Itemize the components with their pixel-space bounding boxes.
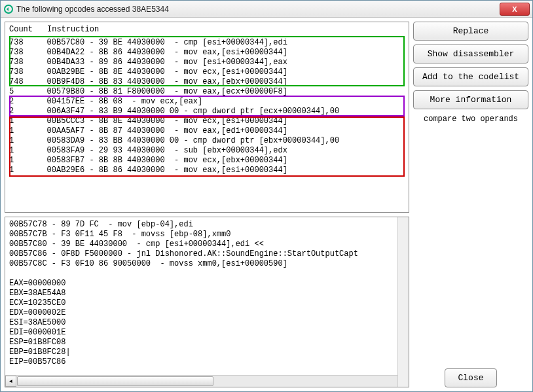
table-row[interactable]: 738 00B57C80 - 39 BE 44030000 - cmp [esi… [9,38,405,48]
add-codelist-button[interactable]: Add to the codelist [413,67,528,86]
table-row[interactable]: 738 00B4DA22 - 8B 86 44030000 - mov eax,… [9,48,405,58]
table-row[interactable]: 1 00AA5AF7 - 8B 87 44030000 - mov eax,[e… [9,126,405,136]
show-disassembler-button[interactable]: Show disassembler [413,45,528,63]
table-row[interactable]: 748 00B9F4D8 - 8B 83 44030000 - mov eax,… [9,77,405,87]
vertical-scrollbar[interactable] [397,217,409,387]
window-title: The following opcodes accessed 38AE5344 [16,5,500,14]
hint-text: compare two operands [413,113,528,125]
left-column: Count Instruction 738 00B57C80 - 39 BE 4… [5,22,409,387]
table-row[interactable]: 738 00AB29BE - 8B 8E 44030000 - mov ecx,… [9,67,405,77]
table-row[interactable]: 2 004157EE - 8B 08 - mov ecx,[eax] [9,97,405,107]
table-row[interactable]: 5 00579B80 - 8B 81 F8000000 - mov eax,[e… [9,87,405,97]
table-row[interactable]: 738 00B4DA33 - 89 86 44030000 - mov [esi… [9,58,405,67]
close-button[interactable]: Close [445,368,497,387]
window-close-button[interactable]: X [500,3,530,16]
titlebar: The following opcodes accessed 38AE5344 … [1,1,532,18]
header-instruction: Instruction [47,25,405,34]
spacer [413,129,528,365]
table-row[interactable]: 1 00583FB7 - 8B 8B 44030000 - mov ecx,[e… [9,156,405,166]
table-row[interactable]: 1 00AB29E6 - 8B 86 44030000 - mov eax,[e… [9,166,405,175]
disassembly-text[interactable]: 00B57C78 - 89 7D FC - mov [ebp-04],edi 0… [5,217,409,375]
window: The following opcodes accessed 38AE5344 … [0,0,533,392]
opcodes-list[interactable]: Count Instruction 738 00B57C80 - 39 BE 4… [5,22,409,213]
table-row[interactable]: 2 006A3F47 - 83 B9 44030000 00 - cmp dwo… [9,107,405,116]
scroll-track[interactable] [16,376,397,387]
app-icon [3,4,14,14]
scroll-thumb[interactable] [17,376,213,386]
horizontal-scrollbar[interactable]: ◄ ► [5,375,409,387]
right-column: Replace Show disassembler Add to the cod… [413,22,528,387]
close-icon: X [512,5,517,13]
list-header: Count Instruction [5,22,409,37]
table-row[interactable]: 1 00B5CCC3 - 8B 8E 44030000 - mov ecx,[e… [9,116,405,126]
more-information-button[interactable]: More information [413,90,528,109]
body: Count Instruction 738 00B57C80 - 39 BE 4… [1,18,532,391]
table-row[interactable]: 1 00583FA9 - 29 93 44030000 - sub [ebx+0… [9,146,405,156]
list-rows: 738 00B57C80 - 39 BE 44030000 - cmp [esi… [5,37,409,179]
scroll-left-arrow[interactable]: ◄ [5,376,16,387]
replace-button[interactable]: Replace [413,22,528,41]
disassembly-pane: 00B57C78 - 89 7D FC - mov [ebp-04],edi 0… [5,217,409,387]
header-count: Count [9,25,47,34]
table-row[interactable]: 1 00583DA9 - 83 BB 44030000 00 - cmp dwo… [9,136,405,146]
